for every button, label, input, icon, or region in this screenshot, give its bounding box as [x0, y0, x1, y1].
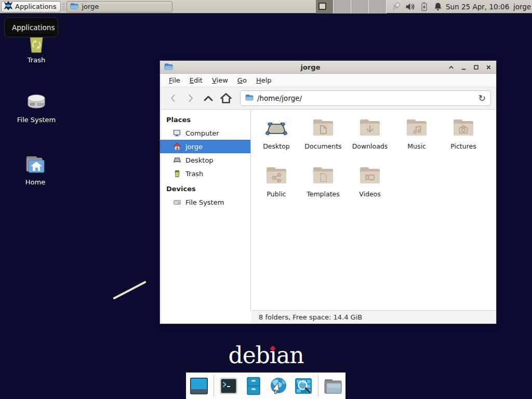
taskbar-window-button[interactable]: jorge [66, 1, 172, 12]
computer-icon [173, 129, 181, 137]
desktop-icon-file-system[interactable]: File System [8, 89, 65, 124]
dock-separator [318, 376, 318, 396]
reload-icon[interactable]: ↻ [478, 94, 486, 103]
sidebar-item-jorge[interactable]: jorge [160, 140, 250, 153]
workspace-4[interactable] [369, 0, 387, 14]
show-desktop-launcher[interactable] [189, 376, 209, 396]
shade-button[interactable] [448, 64, 455, 71]
file-item-public[interactable]: Public [253, 164, 300, 211]
menu-view[interactable]: View [207, 75, 233, 86]
home-folder-icon [23, 152, 48, 177]
sidebar: Places Computer jorge [160, 110, 251, 310]
volume-icon[interactable] [405, 2, 415, 12]
folder-public-icon [264, 164, 289, 189]
folder-documents-icon [311, 116, 336, 141]
home-button[interactable] [218, 90, 234, 106]
file-item-videos[interactable]: Videos [347, 164, 393, 211]
menu-go[interactable]: Go [233, 75, 251, 86]
close-button[interactable] [485, 64, 492, 71]
panel-username[interactable]: jorge [513, 0, 531, 14]
sidebar-header-places: Places [160, 114, 250, 126]
minimize-button[interactable] [460, 64, 467, 71]
menu-help[interactable]: Help [251, 75, 276, 86]
terminal-icon [218, 376, 239, 396]
folder-icon [323, 376, 343, 396]
system-tray [391, 0, 443, 14]
folder-templates-icon [311, 164, 336, 189]
workspace-3[interactable] [351, 0, 369, 14]
menubar: File Edit View Go Help [160, 74, 496, 87]
top-panel: Applications jorge [0, 0, 532, 14]
sidebar-item-computer[interactable]: Computer [160, 126, 250, 140]
window-titlebar[interactable]: jorge [160, 61, 496, 74]
back-button[interactable] [165, 90, 181, 106]
sidebar-item-desktop[interactable]: Desktop [160, 153, 250, 167]
clipboard-pen-icon[interactable] [391, 2, 401, 12]
desktop-icon-label: Trash [8, 56, 65, 64]
panel-handle[interactable] [62, 2, 65, 11]
file-item-templates[interactable]: Templates [300, 164, 347, 211]
menu-file[interactable]: File [164, 75, 185, 86]
terminal-launcher[interactable] [218, 376, 239, 396]
file-cabinet-icon [243, 376, 264, 396]
panel-clock[interactable]: Sun 25 Apr, 10:06 [446, 0, 509, 14]
folder-icon [70, 2, 78, 11]
desktop-icon-label: Home [7, 178, 64, 186]
statusbar-sidebar-gap [160, 310, 251, 324]
file-item-desktop[interactable]: Desktop [253, 116, 300, 164]
directory-menu-launcher[interactable] [323, 376, 343, 396]
workspace-1[interactable] [316, 0, 334, 14]
xfce-applications-icon [4, 1, 13, 12]
bottom-dock [186, 373, 345, 399]
battery-icon[interactable] [419, 2, 429, 12]
up-button[interactable] [201, 90, 216, 106]
trash-icon [173, 169, 181, 178]
path-bar[interactable]: /home/jorge/ ↻ [240, 90, 491, 106]
app-finder-launcher[interactable] [293, 376, 314, 396]
web-browser-launcher[interactable] [268, 376, 289, 396]
window-folder-icon [164, 62, 173, 73]
path-folder-icon [245, 93, 254, 103]
taskbar-window-label: jorge [82, 3, 99, 10]
file-item-music[interactable]: Music [393, 116, 440, 164]
path-input[interactable]: /home/jorge/ [257, 94, 475, 102]
show-desktop-icon [189, 376, 209, 396]
desktop-icon-label: File System [8, 116, 65, 124]
desktop-icon [264, 116, 289, 141]
file-item-pictures[interactable]: Pictures [440, 116, 487, 164]
dock-separator [214, 376, 214, 396]
statusbar: 8 folders, Free space: 14.4 GiB [251, 310, 496, 324]
app-finder-icon [293, 376, 314, 396]
applications-menu-label: Applications [15, 3, 56, 10]
applications-menu-button[interactable]: Applications [1, 1, 61, 12]
folder-downloads-icon [357, 116, 382, 141]
sidebar-item-trash[interactable]: Trash [160, 167, 250, 180]
desktop-icon [173, 156, 181, 164]
file-manager-launcher[interactable] [243, 376, 264, 396]
maximize-button[interactable] [473, 64, 480, 71]
notifications-bell-icon[interactable] [433, 2, 443, 12]
sidebar-item-file-system[interactable]: File System [160, 195, 250, 209]
user-home-icon [173, 142, 181, 151]
harddrive-icon [24, 89, 49, 114]
toolbar: /home/jorge/ ↻ [160, 87, 496, 110]
workspace-window-preview [318, 3, 326, 10]
file-item-downloads[interactable]: Downloads [347, 116, 393, 164]
file-view[interactable]: Desktop Documents Downloads [251, 110, 496, 310]
folder-music-icon [404, 116, 429, 141]
workspace-switcher[interactable] [316, 0, 387, 14]
workspace-2[interactable] [334, 0, 351, 14]
applications-tooltip: Applications [4, 17, 58, 37]
sidebar-header-devices: Devices [160, 183, 250, 195]
forward-button[interactable] [183, 90, 198, 106]
folder-videos-icon [357, 164, 382, 189]
globe-browser-icon [268, 376, 289, 396]
debian-logo: debıan [0, 342, 532, 368]
file-item-documents[interactable]: Documents [300, 116, 347, 164]
harddrive-icon [173, 198, 181, 206]
desktop-scratch-line [113, 281, 147, 299]
file-manager-window: jorge File Edit View Go Help [159, 60, 497, 324]
desktop-icon-home[interactable]: Home [7, 152, 64, 186]
window-title: jorge [173, 63, 448, 71]
menu-edit[interactable]: Edit [185, 75, 207, 86]
